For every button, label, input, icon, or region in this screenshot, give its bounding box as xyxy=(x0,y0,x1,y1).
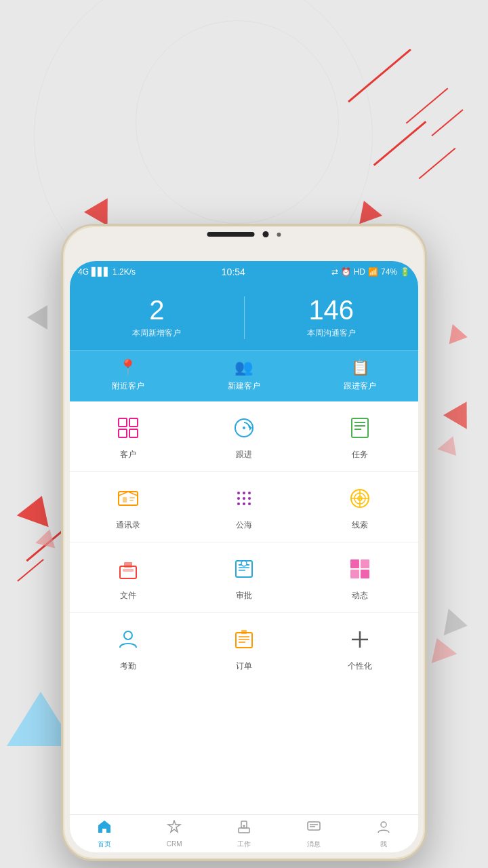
crm-icon xyxy=(167,820,182,838)
svg-point-22 xyxy=(243,502,245,505)
wifi-icon: 📶 xyxy=(368,267,378,277)
leads-label: 线索 xyxy=(352,519,368,531)
nav-profile[interactable]: 我 xyxy=(348,815,418,852)
approval-label: 审批 xyxy=(236,590,252,601)
menu-row-2: 通讯录 xyxy=(70,472,418,542)
menu-item-personalize[interactable]: 个性化 xyxy=(302,624,418,672)
svg-point-16 xyxy=(243,492,245,494)
bottom-nav: 首页 CRM 工作 消 xyxy=(70,814,418,852)
deco-triangle xyxy=(84,191,119,225)
battery-percent: 74% xyxy=(381,267,397,277)
files-label: 文件 xyxy=(120,590,136,601)
svg-rect-38 xyxy=(361,559,369,568)
stat-new-label: 本周新增客户 xyxy=(70,328,244,339)
header-stats: 2 本周新增客户 146 本周沟通客户 xyxy=(70,283,418,350)
menu-item-contacts[interactable]: 通讯录 xyxy=(70,483,186,531)
svg-point-55 xyxy=(381,822,386,827)
customers-label: 客户 xyxy=(120,449,136,460)
attendance-label: 考勤 xyxy=(120,660,136,672)
menu-item-orders[interactable]: 订单 xyxy=(186,624,302,672)
work-icon xyxy=(237,819,251,837)
location-icon: 📍 xyxy=(119,359,137,376)
stat-new-customers: 2 本周新增客户 xyxy=(70,296,245,339)
svg-rect-13 xyxy=(129,497,135,498)
menu-item-leads[interactable]: 线索 xyxy=(302,483,418,531)
svg-rect-37 xyxy=(350,559,359,568)
deco-triangle xyxy=(437,436,464,462)
svg-point-36 xyxy=(241,561,247,566)
camera xyxy=(263,231,269,237)
menu-item-dynamics[interactable]: 动态 xyxy=(302,553,418,601)
menu-item-public-sea[interactable]: 公海 xyxy=(186,483,302,531)
svg-point-21 xyxy=(237,502,240,505)
stat-contact-label: 本周沟通客户 xyxy=(245,328,419,339)
menu-row-3: 文件 审批 动态 xyxy=(70,542,418,613)
tasks-icon xyxy=(344,412,375,443)
nav-home[interactable]: 首页 xyxy=(70,815,140,852)
nav-crm[interactable]: CRM xyxy=(140,815,209,852)
files-icon xyxy=(113,553,144,585)
svg-point-19 xyxy=(243,497,245,500)
contacts-icon xyxy=(113,483,144,514)
svg-point-15 xyxy=(237,492,240,494)
new-customer-label: 新建客户 xyxy=(228,380,260,392)
svg-point-23 xyxy=(248,502,251,505)
phone-screen: 4G ▋▋▋ 1.2K/s 10:54 ⇄ ⏰ HD 📶 74% 🔋 2 xyxy=(70,261,418,852)
menu-item-followup[interactable]: 跟进 xyxy=(186,412,302,460)
personalize-label: 个性化 xyxy=(348,660,372,672)
customers-icon xyxy=(113,412,144,443)
nearby-label: 附近客户 xyxy=(112,380,144,392)
messages-label: 消息 xyxy=(307,840,321,849)
followup-icon xyxy=(228,412,260,443)
svg-rect-1 xyxy=(129,418,138,427)
deco-triangle xyxy=(424,633,458,663)
menu-item-files[interactable]: 文件 xyxy=(70,553,186,601)
menu-item-customers[interactable]: 客户 xyxy=(70,412,186,460)
svg-rect-40 xyxy=(361,570,369,578)
menu-item-attendance[interactable]: 考勤 xyxy=(70,624,186,672)
deco-triangle xyxy=(443,401,479,435)
svg-marker-5 xyxy=(249,425,252,431)
deco-triangle xyxy=(444,609,470,639)
dynamics-icon xyxy=(344,553,375,585)
exchange-icon: ⇄ xyxy=(331,267,338,277)
public-sea-icon xyxy=(228,483,260,514)
profile-icon xyxy=(376,819,391,837)
quick-actions-bar: 📍 附近客户 👥 新建客户 📋 跟进客户 xyxy=(70,350,418,401)
menu-item-approval[interactable]: 审批 xyxy=(186,553,302,601)
messages-icon xyxy=(306,819,321,837)
followup-label: 跟进 xyxy=(236,449,252,460)
menu-item-tasks[interactable]: 任务 xyxy=(302,412,418,460)
leads-icon xyxy=(344,483,375,514)
svg-rect-51 xyxy=(239,828,249,833)
svg-rect-7 xyxy=(352,418,368,437)
speaker xyxy=(207,232,255,237)
quick-follow-customer[interactable]: 📋 跟进客户 xyxy=(302,359,418,392)
home-label: 首页 xyxy=(98,840,111,849)
nav-messages[interactable]: 消息 xyxy=(279,815,348,852)
quick-new-customer[interactable]: 👥 新建客户 xyxy=(186,359,302,392)
orders-label: 订单 xyxy=(236,660,252,672)
menu-row-1: 客户 跟进 任务 xyxy=(70,401,418,472)
stat-contact-customers: 146 本周沟通客户 xyxy=(245,296,419,339)
quick-nearby-customer[interactable]: 📍 附近客户 xyxy=(70,359,186,392)
profile-label: 我 xyxy=(380,840,387,849)
svg-point-20 xyxy=(248,497,251,500)
personalize-icon xyxy=(344,624,375,655)
svg-rect-3 xyxy=(129,429,138,437)
follow-label: 跟进客户 xyxy=(344,380,376,392)
nav-work[interactable]: 工作 xyxy=(209,815,279,852)
dynamics-label: 动态 xyxy=(352,590,368,601)
deco-triangle xyxy=(449,324,470,347)
svg-rect-30 xyxy=(124,562,132,568)
hd-label: HD xyxy=(354,267,365,277)
orders-icon xyxy=(228,624,260,655)
status-left: 4G ▋▋▋ 1.2K/s xyxy=(78,267,136,277)
alarm-icon: ⏰ xyxy=(341,267,351,277)
svg-rect-29 xyxy=(120,566,136,578)
stat-contact-number: 146 xyxy=(245,296,419,323)
svg-rect-0 xyxy=(119,418,127,427)
list-add-icon: 📋 xyxy=(351,359,369,376)
phone-device: 4G ▋▋▋ 1.2K/s 10:54 ⇄ ⏰ HD 📶 74% 🔋 2 xyxy=(61,224,427,861)
svg-rect-46 xyxy=(241,630,247,634)
